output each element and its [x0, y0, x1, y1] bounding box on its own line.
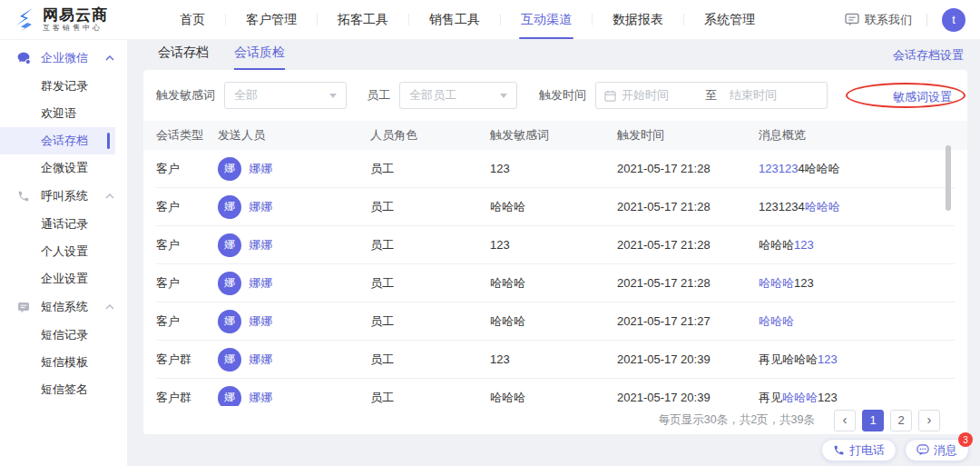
cell-keyword: 哈哈哈	[490, 199, 617, 215]
nav-item-data-reports[interactable]: 数据报表	[593, 0, 683, 39]
calendar-icon	[604, 90, 616, 102]
top-nav: 首页 客户管理 拓客工具 销售工具 互动渠道 数据报表 系统管理	[160, 0, 775, 39]
cell-session-type: 客户	[156, 237, 218, 253]
sidebar-item-call-records[interactable]: 通话记录	[0, 211, 127, 238]
user-avatar[interactable]: t	[942, 8, 965, 32]
cell-role: 员工	[370, 275, 490, 292]
tab-session-quality-check[interactable]: 会话质检	[234, 40, 285, 70]
pagination-page-1[interactable]: 1	[862, 410, 884, 431]
sidebar-item-sms-records[interactable]: 短信记录	[0, 322, 127, 349]
brand-name: 网易云商	[43, 7, 108, 24]
time-range-picker[interactable]: 开始时间 至 结束时间	[595, 82, 828, 109]
sender-avatar: 娜	[218, 272, 241, 295]
contact-us-label: 联系我们	[865, 12, 912, 28]
sidebar-group-call-system[interactable]: 呼叫系统	[0, 182, 127, 211]
sidebar-item-sms-templates[interactable]: 短信模板	[0, 349, 127, 376]
keyword-filter-value: 全部	[234, 87, 258, 104]
table-row[interactable]: 客户 娜 娜娜 员工 哈哈哈 2021-05-17 21:28 1231234哈…	[156, 188, 955, 226]
cell-session-type: 客户	[156, 275, 218, 292]
sidebar-item-welcome-message[interactable]: 欢迎语	[0, 100, 127, 127]
filter-row: 触发敏感词 全部 员工 全部员工 触发时间	[143, 70, 967, 121]
nav-item-customer-mgmt[interactable]: 客户管理	[226, 0, 317, 39]
caret-down-icon	[500, 94, 507, 98]
nav-item-lead-tools[interactable]: 拓客工具	[318, 0, 408, 39]
cell-keyword: 哈哈哈	[490, 275, 617, 292]
archive-settings-link[interactable]: 会话存档设置	[893, 47, 964, 64]
sidebar-group-label: 呼叫系统	[41, 188, 88, 204]
nav-item-sales-tools[interactable]: 销售工具	[409, 0, 500, 39]
make-call-label: 打电话	[849, 442, 885, 459]
col-header-sender: 发送人员	[218, 127, 370, 144]
cell-trigger-time: 2021-05-17 21:28	[617, 162, 759, 175]
table-header: 会话类型 发送人员 人员角色 触发敏感词 触发时间 消息概览	[143, 121, 967, 150]
start-time-placeholder: 开始时间	[622, 87, 669, 104]
sidebar-item-company-settings[interactable]: 企业设置	[0, 265, 127, 292]
nav-item-home[interactable]: 首页	[160, 0, 225, 39]
staff-filter-value: 全部员工	[409, 87, 456, 104]
table-row[interactable]: 客户 娜 娜娜 员工 哈哈哈 2021-05-17 21:27 哈哈哈	[156, 302, 955, 341]
staff-filter-label: 员工	[367, 87, 390, 104]
col-header-message-preview: 消息概览	[759, 127, 955, 144]
cell-trigger-time: 2021-05-17 21:28	[617, 238, 759, 252]
sender-name: 娜娜	[249, 237, 272, 253]
sender-avatar: 娜	[218, 157, 241, 181]
sidebar-item-session-archive[interactable]: 会话存档	[0, 127, 127, 154]
sms-icon	[16, 300, 31, 314]
cell-message-preview: 再见哈哈哈123	[759, 352, 955, 368]
main-content: 会话存档 会话质检 会话存档设置 触发敏感词 全部 员工 全部员工 触发时间	[127, 40, 980, 466]
messages-button[interactable]: 消息 3	[905, 439, 969, 461]
sender-name: 娜娜	[249, 275, 272, 292]
sidebar-item-mass-send-records[interactable]: 群发记录	[0, 73, 127, 100]
col-header-keyword: 触发敏感词	[490, 127, 617, 144]
table-row[interactable]: 客户 娜 娜娜 员工 123 2021-05-17 21:28 1231234哈…	[156, 150, 955, 188]
sidebar-group-wecom[interactable]: 企业微信	[0, 44, 127, 73]
chevron-up-icon	[105, 304, 114, 310]
cell-message-preview: 1231234哈哈哈	[759, 161, 955, 177]
cell-message-preview: 哈哈哈	[759, 313, 955, 330]
keyword-filter-select[interactable]: 全部	[224, 82, 347, 109]
sidebar-item-sms-signature[interactable]: 短信签名	[0, 376, 127, 403]
sidebar-item-wecom-settings[interactable]: 企微设置	[0, 154, 127, 182]
sidebar-item-personal-settings[interactable]: 个人设置	[0, 238, 127, 265]
contact-us-button[interactable]: 联系我们	[845, 12, 912, 28]
pagination-next-button[interactable]: ›	[918, 410, 940, 431]
staff-filter-select[interactable]: 全部员工	[399, 82, 517, 109]
sidebar-group-label: 短信系统	[41, 299, 88, 315]
unread-badge: 3	[958, 432, 973, 447]
nav-item-interactive-channels[interactable]: 互动渠道	[501, 0, 592, 39]
make-call-button[interactable]: 打电话	[821, 439, 897, 461]
phone-icon	[16, 189, 31, 203]
table-scrollbar-thumb[interactable]	[946, 145, 951, 211]
pagination: 每页显示30条，共2页，共39条 ‹ 1 2 ›	[143, 406, 967, 434]
messages-label: 消息	[934, 442, 957, 459]
keyword-filter-label: 触发敏感词	[156, 87, 215, 104]
cell-role: 员工	[370, 161, 490, 177]
cell-message-preview: 哈哈哈123	[759, 275, 955, 292]
sidebar-group-sms-system[interactable]: 短信系统	[0, 292, 127, 322]
time-filter-label: 触发时间	[539, 87, 586, 104]
tab-session-archive[interactable]: 会话存档	[158, 40, 209, 70]
page: 网易云商 互客销售中心 首页 客户管理 拓客工具 销售工具 互动渠道 数据报表 …	[0, 0, 980, 466]
cell-trigger-time: 2021-05-17 21:28	[617, 200, 759, 213]
cell-role: 员工	[370, 352, 490, 368]
brand-logo[interactable]: 网易云商 互客销售中心	[0, 7, 145, 33]
table-row[interactable]: 客户群 娜 娜娜 员工 哈哈哈 2021-05-17 20:39 再见哈哈哈12…	[156, 379, 955, 406]
tabs-row: 会话存档 会话质检 会话存档设置	[127, 40, 980, 70]
sensitive-words-settings-link[interactable]: 敏感词设置	[893, 89, 952, 105]
sender-name: 娜娜	[249, 161, 272, 177]
sidebar-group-label: 企业微信	[41, 50, 88, 66]
cell-keyword: 123	[490, 352, 617, 366]
sender-avatar: 娜	[218, 195, 241, 219]
pagination-page-2[interactable]: 2	[890, 410, 912, 431]
chevron-up-icon	[105, 55, 114, 61]
range-separator: 至	[705, 87, 717, 104]
sender-avatar: 娜	[218, 233, 241, 257]
table-row[interactable]: 客户 娜 娜娜 员工 哈哈哈 2021-05-17 21:28 哈哈哈123	[156, 264, 955, 302]
nav-item-system-mgmt[interactable]: 系统管理	[684, 0, 775, 39]
pagination-prev-button[interactable]: ‹	[834, 410, 856, 431]
floating-action-bar: 打电话 消息 3	[821, 439, 969, 461]
cell-session-type: 客户群	[156, 352, 218, 368]
table-row[interactable]: 客户 娜 娜娜 员工 123 2021-05-17 21:28 哈哈哈123	[156, 226, 955, 264]
table-row[interactable]: 客户群 娜 娜娜 员工 123 2021-05-17 20:39 再见哈哈哈12…	[156, 341, 955, 379]
wecom-chat-icon	[16, 51, 31, 65]
